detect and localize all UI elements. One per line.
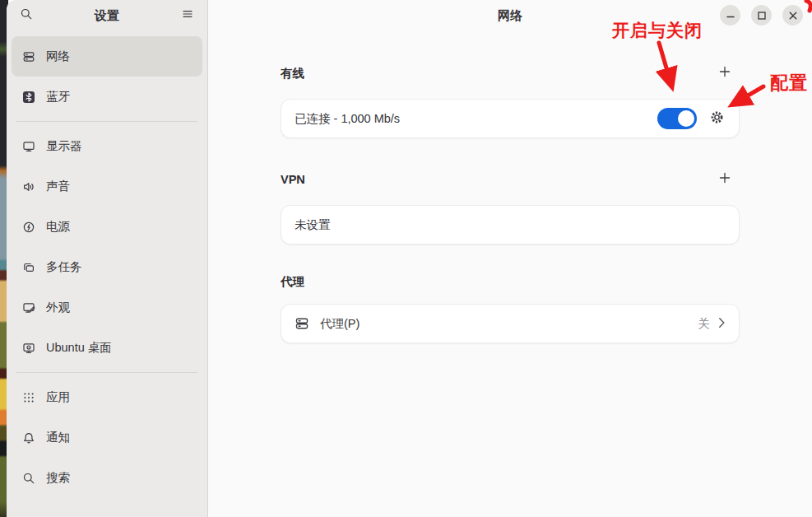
settings-window: 设置 网络 蓝牙	[7, 0, 812, 517]
sidebar-header: 设置	[7, 0, 207, 31]
search-icon	[22, 472, 35, 485]
search-button[interactable]	[15, 4, 38, 27]
minimize-button[interactable]	[720, 5, 740, 26]
bell-icon	[22, 431, 35, 445]
window-controls	[720, 5, 803, 26]
plus-icon	[718, 171, 731, 188]
sidebar-item-label: 搜索	[46, 470, 70, 486]
sidebar-item-apps[interactable]: 应用	[12, 377, 202, 417]
proxy-network-icon	[295, 316, 309, 331]
sidebar-item-notifications[interactable]: 通知	[12, 417, 202, 458]
sidebar-item-network[interactable]: 网络	[12, 36, 202, 77]
proxy-section-title: 代理	[281, 274, 304, 290]
vpn-empty-label: 未设置	[295, 217, 726, 233]
sidebar-item-displays[interactable]: 显示器	[12, 126, 202, 166]
headerbar: 网络	[208, 0, 812, 31]
multitasking-icon	[22, 261, 35, 274]
hamburger-menu-icon	[181, 7, 194, 24]
sidebar-item-label: 外观	[46, 300, 70, 315]
proxy-section-header: 代理	[281, 274, 740, 290]
minimize-icon	[726, 8, 735, 23]
network-icon	[22, 50, 35, 63]
main-panel: 网络	[208, 0, 812, 517]
vpn-empty-row: 未设置	[281, 205, 740, 245]
sidebar-item-power[interactable]: 电源	[12, 207, 202, 247]
proxy-status-badge: 关	[698, 316, 711, 332]
apps-grid-icon	[22, 391, 35, 404]
ubuntu-desktop-icon	[22, 342, 35, 355]
search-icon	[20, 7, 33, 24]
sidebar-item-sound[interactable]: 声音	[12, 166, 202, 207]
wired-connection-row[interactable]: 已连接 - 1,000 Mb/s	[281, 99, 740, 138]
close-button[interactable]	[782, 5, 803, 26]
sidebar-separator	[16, 121, 197, 122]
sidebar-separator	[16, 372, 197, 373]
sidebar: 设置 网络 蓝牙	[7, 0, 208, 517]
sidebar-nav: 网络 蓝牙 显示器 声音	[7, 31, 207, 498]
display-icon	[22, 140, 35, 153]
sidebar-item-search[interactable]: 搜索	[12, 458, 202, 498]
wired-toggle[interactable]	[657, 108, 697, 129]
sidebar-item-label: 多任务	[46, 259, 82, 275]
sidebar-item-label: 声音	[46, 179, 70, 194]
toggle-knob	[678, 110, 694, 127]
wired-section-header: 有线	[281, 62, 740, 85]
vpn-section-header: VPN	[281, 168, 740, 191]
sidebar-item-label: 显示器	[46, 138, 82, 154]
sidebar-item-bluetooth[interactable]: 蓝牙	[12, 77, 202, 117]
wired-settings-button[interactable]	[708, 109, 726, 128]
main-menu-button[interactable]	[176, 4, 199, 27]
sidebar-item-ubuntu-desktop[interactable]: Ubuntu 桌面	[12, 328, 202, 368]
plus-icon	[718, 65, 731, 82]
page-title: 网络	[498, 8, 522, 24]
maximize-icon	[758, 8, 766, 23]
add-wired-connection-button[interactable]	[713, 62, 736, 85]
wired-section-title: 有线	[281, 66, 304, 82]
vpn-section-title: VPN	[281, 173, 305, 186]
sidebar-item-label: 应用	[46, 389, 70, 405]
maximize-button[interactable]	[751, 5, 772, 26]
sidebar-item-label: 蓝牙	[46, 89, 70, 105]
sidebar-item-label: 通知	[46, 430, 70, 445]
network-settings-content: 有线 已连接 - 1,000 Mb/s	[281, 31, 740, 343]
sidebar-item-label: 网络	[46, 49, 70, 64]
wired-connection-label: 已连接 - 1,000 Mb/s	[295, 111, 657, 127]
bluetooth-icon	[22, 91, 35, 104]
proxy-row[interactable]: 代理(P) 关	[281, 304, 740, 343]
gear-icon	[709, 109, 725, 128]
close-icon	[789, 8, 797, 23]
sidebar-item-appearance[interactable]: 外观	[12, 287, 202, 328]
chevron-right-icon	[718, 317, 726, 331]
add-vpn-button[interactable]	[713, 168, 736, 191]
app-title: 设置	[38, 8, 176, 24]
sidebar-item-label: Ubuntu 桌面	[46, 340, 112, 356]
sidebar-item-multitasking[interactable]: 多任务	[12, 247, 202, 287]
proxy-label: 代理(P)	[320, 316, 698, 332]
appearance-icon	[22, 301, 35, 314]
sidebar-item-label: 电源	[46, 219, 70, 235]
power-icon	[22, 221, 35, 234]
sound-icon	[22, 180, 35, 193]
